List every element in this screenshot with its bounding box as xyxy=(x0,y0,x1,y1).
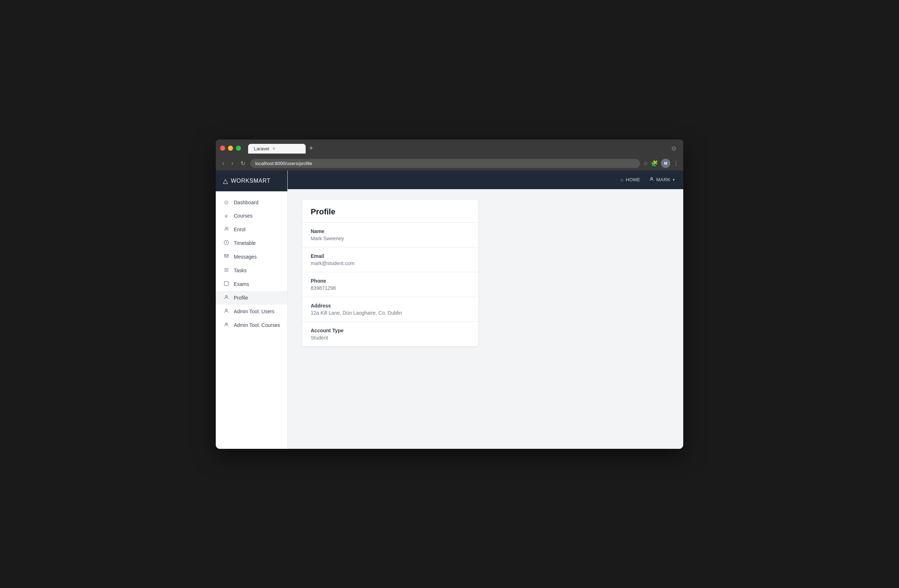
back-button[interactable]: ‹ xyxy=(220,159,226,168)
field-value-address: 12a Kill Lane, Dún Laoghaire, Co. Dublin xyxy=(311,310,470,316)
app-layout: △ WORKSMART ⊙ Dashboard ≡ Courses xyxy=(216,170,683,449)
tab-bar: Laravel ✕ + xyxy=(248,143,669,154)
browser-tab-active[interactable]: Laravel ✕ xyxy=(248,144,306,154)
sidebar-item-admin-courses[interactable]: Admin Tool: Courses xyxy=(216,318,287,332)
browser-window: Laravel ✕ + ⊙ ‹ › ↻ ☆ 🧩 M ⋮ △ xyxy=(216,139,683,449)
profile-field-phone: Phone 839871298 xyxy=(302,272,478,297)
content-area: Profile Name Mark Sweeney Email mark@stu… xyxy=(288,189,683,449)
right-panel: ⌂ HOME MARK ▾ xyxy=(288,170,683,449)
messages-icon xyxy=(223,253,229,260)
minimize-button[interactable] xyxy=(228,146,233,151)
topbar: ⌂ HOME MARK ▾ xyxy=(288,170,683,189)
sidebar-label-admin-users: Admin Tool: Users xyxy=(234,309,274,314)
sidebar-item-enrol[interactable]: Enrol xyxy=(216,222,287,236)
home-icon: ⌂ xyxy=(621,177,624,182)
sidebar-label-timetable: Timetable xyxy=(234,240,256,246)
sidebar-item-courses[interactable]: ≡ Courses xyxy=(216,209,287,222)
svg-point-8 xyxy=(226,295,227,297)
browser-actions: ☆ 🧩 M ⋮ xyxy=(643,159,679,168)
svg-point-9 xyxy=(226,309,227,311)
courses-icon: ≡ xyxy=(223,213,229,219)
sidebar-item-dashboard[interactable]: ⊙ Dashboard xyxy=(216,196,287,209)
browser-controls: Laravel ✕ + ⊙ xyxy=(220,143,679,154)
sidebar-label-enrol: Enrol xyxy=(234,227,246,232)
brand-icon: △ xyxy=(223,177,228,185)
sidebar-item-profile[interactable]: Profile xyxy=(216,291,287,305)
browser-chrome: Laravel ✕ + ⊙ ‹ › ↻ ☆ 🧩 M ⋮ xyxy=(216,139,683,170)
sidebar-label-profile: Profile xyxy=(234,295,248,301)
admin-courses-icon xyxy=(223,322,229,328)
sidebar-label-admin-courses: Admin Tool: Courses xyxy=(234,322,280,328)
profile-icon xyxy=(223,295,229,301)
field-label-name: Name xyxy=(311,228,470,234)
topbar-home-link[interactable]: ⌂ HOME xyxy=(621,177,641,182)
field-label-address: Address xyxy=(311,303,470,309)
browser-address-bar: ‹ › ↻ ☆ 🧩 M ⋮ xyxy=(220,156,679,170)
profile-field-address: Address 12a Kill Lane, Dún Laoghaire, Co… xyxy=(302,297,478,322)
topbar-user-menu[interactable]: MARK ▾ xyxy=(649,177,675,183)
field-label-account-type: Account Type xyxy=(311,328,470,333)
topbar-user-label: MARK xyxy=(656,177,670,182)
main-content: Profile Name Mark Sweeney Email mark@stu… xyxy=(288,189,683,449)
timetable-icon xyxy=(223,240,229,246)
topbar-user-chevron: ▾ xyxy=(673,177,675,182)
field-value-email: mark@student.com xyxy=(311,260,470,266)
tab-close-icon[interactable]: ✕ xyxy=(272,147,275,151)
sidebar-label-courses: Courses xyxy=(234,213,252,219)
sidebar-brand: △ WORKSMART xyxy=(216,170,287,191)
brand-text: WORKSMART xyxy=(231,177,270,184)
sidebar-nav: ⊙ Dashboard ≡ Courses Enrol xyxy=(216,191,287,449)
enrol-icon xyxy=(223,226,229,233)
page-title: Profile xyxy=(311,207,470,216)
sidebar-item-exams[interactable]: Exams xyxy=(216,277,287,291)
forward-button[interactable]: › xyxy=(229,159,235,168)
svg-point-10 xyxy=(226,323,227,324)
topbar-user-icon xyxy=(649,177,654,183)
profile-card: Profile Name Mark Sweeney Email mark@stu… xyxy=(302,200,478,346)
sidebar-label-messages: Messages xyxy=(234,254,257,260)
new-tab-button[interactable]: + xyxy=(306,143,316,154)
profile-field-email: Email mark@student.com xyxy=(302,247,478,272)
sidebar-label-exams: Exams xyxy=(234,281,249,287)
close-button[interactable] xyxy=(220,146,225,151)
bookmark-icon[interactable]: ☆ xyxy=(643,160,648,167)
sidebar-item-timetable[interactable]: Timetable xyxy=(216,236,287,250)
sidebar-label-dashboard: Dashboard xyxy=(234,200,258,205)
sidebar-item-messages[interactable]: Messages xyxy=(216,250,287,264)
exams-icon xyxy=(223,281,229,287)
svg-point-0 xyxy=(226,227,227,229)
reload-button[interactable]: ↻ xyxy=(238,159,247,168)
address-input[interactable] xyxy=(250,159,640,168)
tab-title: Laravel xyxy=(254,146,269,151)
browser-menu-dots[interactable]: ⋮ xyxy=(673,160,679,167)
extensions-icon[interactable]: 🧩 xyxy=(651,160,658,167)
sidebar-item-admin-users[interactable]: Admin Tool: Users xyxy=(216,305,287,318)
browser-profile-avatar[interactable]: M xyxy=(661,159,670,168)
sidebar-item-tasks[interactable]: Tasks xyxy=(216,264,287,277)
svg-point-11 xyxy=(651,177,653,179)
field-label-phone: Phone xyxy=(311,278,470,284)
profile-field-name: Name Mark Sweeney xyxy=(302,222,478,247)
sidebar-label-tasks: Tasks xyxy=(234,268,247,273)
browser-menu-icon[interactable]: ⊙ xyxy=(671,145,676,152)
field-value-phone: 839871298 xyxy=(311,285,470,291)
tasks-icon xyxy=(223,267,229,274)
field-label-email: Email xyxy=(311,253,470,259)
topbar-home-label: HOME xyxy=(626,177,641,182)
maximize-button[interactable] xyxy=(236,146,241,151)
svg-rect-7 xyxy=(224,281,228,285)
sidebar: △ WORKSMART ⊙ Dashboard ≡ Courses xyxy=(216,170,288,449)
field-value-account-type: Student xyxy=(311,335,470,341)
profile-card-header: Profile xyxy=(302,200,478,222)
dashboard-icon: ⊙ xyxy=(223,199,229,206)
admin-users-icon xyxy=(223,308,229,315)
field-value-name: Mark Sweeney xyxy=(311,236,470,241)
topbar-nav: ⌂ HOME MARK ▾ xyxy=(621,177,675,183)
profile-field-account-type: Account Type Student xyxy=(302,322,478,346)
